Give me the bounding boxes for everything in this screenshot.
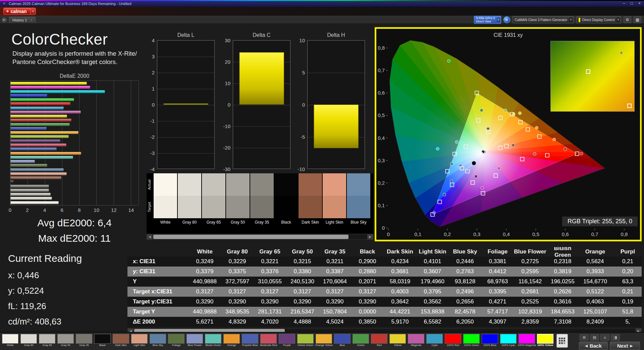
next-button[interactable]: Next ▶ [610, 342, 640, 350]
strip-scrollbar[interactable]: ◀ ▶ [147, 234, 373, 240]
menu-caret-icon[interactable]: ▾ [30, 8, 36, 15]
table-cell: 0,3221 [254, 258, 286, 265]
table-cell: 0,5624 [579, 258, 611, 265]
palette-item-magenta[interactable]: Magenta [407, 334, 425, 347]
pattern-grid-button[interactable] [556, 334, 568, 348]
chevron-down-icon[interactable]: ▾ [616, 17, 620, 22]
scroll-right-button[interactable]: ▶ [367, 234, 373, 239]
palette-swatch [408, 334, 424, 344]
colorchecker-swatch: Light Skin [323, 173, 346, 234]
palette-item-dark-skin[interactable]: Dark Skin [112, 334, 130, 347]
history-panel-toggle[interactable]: ▶ [2, 17, 7, 22]
palette-label: 100% Green [463, 344, 481, 347]
palette-label: Gray 35 [75, 344, 93, 347]
workspace-layout-button[interactable]: ▦ [634, 16, 641, 23]
palette-tool-button-4[interactable]: ◨ [611, 334, 620, 341]
table-cell: 440,9888 [189, 278, 221, 285]
settings-gear-button[interactable]: ⚙ [624, 16, 631, 23]
calman-menu-button[interactable]: ✳ calman ▾ [3, 8, 36, 15]
deltae-bar [10, 102, 70, 105]
swatch-target [154, 196, 177, 218]
pattern-generator-dropdown[interactable]: CalMAN Client 3 Pattern Generator ▾ [513, 16, 574, 23]
meter-select-dropdown[interactable]: X-Rite i1Pro 3 Direct View ▾ [474, 16, 501, 24]
meter-status-icon[interactable]: i1 [503, 16, 510, 23]
palette-label: Light Skin [130, 344, 149, 347]
display-control-dropdown[interactable]: Direct Display Control ▾ [576, 16, 621, 23]
minimize-button[interactable]: – [623, 1, 625, 6]
table-cell: 0,20 [611, 268, 642, 275]
palette-item-foliage[interactable]: Foliage [167, 334, 185, 347]
palette-item-moderate-red[interactable]: Moderate Red [259, 334, 278, 347]
table-header-cell: Black [351, 248, 384, 255]
table-header-cell: Gray 50 [286, 248, 319, 255]
cie-y-tick-label: 0,3 [378, 158, 385, 163]
palette-swatch [205, 334, 221, 344]
palette-item-100-magenta[interactable]: 100% Magenta [518, 334, 536, 347]
palette-item-blue-flower[interactable]: Blue Flower [185, 334, 204, 347]
delta-gridline [308, 73, 365, 73]
swatch-target [202, 196, 225, 218]
deltae-axis-tick-label: 2 [26, 207, 29, 213]
table-row: ΔE 20005,62714,83294,70204,48884,50240,3… [127, 317, 642, 327]
scrollbar-track[interactable] [153, 234, 367, 239]
palette-tool-button-2[interactable]: ▤ [590, 334, 599, 341]
colorchecker-swatch: Gray 50 [226, 173, 250, 234]
back-button[interactable]: ◀ Back [579, 342, 608, 350]
palette-swatch [426, 334, 443, 344]
table-cell: 0,3381 [481, 258, 514, 265]
palette-item-gray-35[interactable]: Gray 35 [75, 334, 93, 347]
palette-item-green[interactable]: Green [352, 334, 370, 347]
delta-tick-label: 3 [142, 54, 155, 59]
palette-item-yellow[interactable]: Yellow [388, 334, 407, 347]
palette-swatch [76, 334, 92, 344]
scrollbar-thumb[interactable] [153, 235, 348, 239]
palette-item-bluish-green[interactable]: Bluish Green [204, 334, 222, 347]
table-cell: 0,3127 [286, 288, 319, 295]
palette-item-100-yellow[interactable]: 100% Yellow [536, 334, 554, 347]
deltae-bar [10, 152, 81, 155]
palette-item-purplish-blue[interactable]: Purplish Blue [241, 334, 259, 347]
palette-item-100-blue[interactable]: 100% Blue [481, 334, 499, 347]
swatch-actual [226, 173, 250, 196]
cie-x-tick-label: 0,2 [444, 231, 451, 237]
palette-item-cyan[interactable]: Cyan [425, 334, 444, 347]
chevron-down-icon[interactable]: ▾ [569, 17, 573, 22]
maximize-button[interactable]: □ [631, 1, 633, 6]
tab-history-1[interactable]: History 1 ▾ [9, 17, 36, 23]
palette-item-yellow-green[interactable]: Yellow Green [296, 334, 315, 347]
table-cell: 196,0255 [546, 278, 579, 285]
palette-item-100-red[interactable]: 100% Red [444, 334, 462, 347]
swatch-target [323, 196, 346, 218]
swatch-label: Dark Skin [299, 218, 322, 226]
palette-item-light-skin[interactable]: Light Skin [130, 334, 149, 347]
tab-label: History 1 [12, 18, 27, 22]
cie-y-tick-label: 0,8 [378, 45, 385, 51]
palette-item-blue-sky[interactable]: Blue Sky [149, 334, 167, 347]
close-button[interactable]: × [638, 1, 641, 6]
chevron-down-icon[interactable]: ▾ [497, 17, 500, 22]
scroll-left-button[interactable]: ◀ [147, 234, 153, 239]
palette-item-red[interactable]: Red [370, 334, 388, 347]
palette-item-100-cyan[interactable]: 100% Cyan [499, 334, 518, 347]
palette-item-gray-80[interactable]: Gray 80 [19, 334, 38, 347]
table-cell: 0,4271 [481, 298, 514, 305]
palette-item-orange[interactable]: Orange [222, 334, 241, 347]
palette-item-100-green[interactable]: 100% Green [462, 334, 481, 347]
palette-item-blue[interactable]: Blue [333, 334, 352, 347]
palette-item-gray-50[interactable]: Gray 50 [56, 334, 75, 347]
palette-item-orange-yellow[interactable]: Orange Yellow [315, 334, 333, 347]
palette-label: Green [352, 344, 370, 347]
colorchecker-swatch: Gray 80 [178, 173, 201, 234]
palette-item-white[interactable]: White [1, 334, 19, 347]
delta-tick-label: 30 [218, 38, 230, 43]
deltae-bar [10, 156, 73, 159]
palette-item-gray-65[interactable]: Gray 65 [38, 334, 56, 347]
palette-label: Gray 50 [57, 344, 75, 347]
palette-tool-button-1[interactable]: ⊞ [580, 334, 589, 341]
table-row-label: x: CIE31 [127, 258, 189, 265]
tab-caret-icon[interactable]: ▾ [29, 18, 33, 22]
palette-item-black[interactable]: Black [93, 334, 112, 347]
cie-measured-point [450, 180, 453, 183]
palette-tool-button-3[interactable]: ≡ [600, 334, 609, 341]
palette-item-purple[interactable]: Purple [278, 334, 296, 347]
